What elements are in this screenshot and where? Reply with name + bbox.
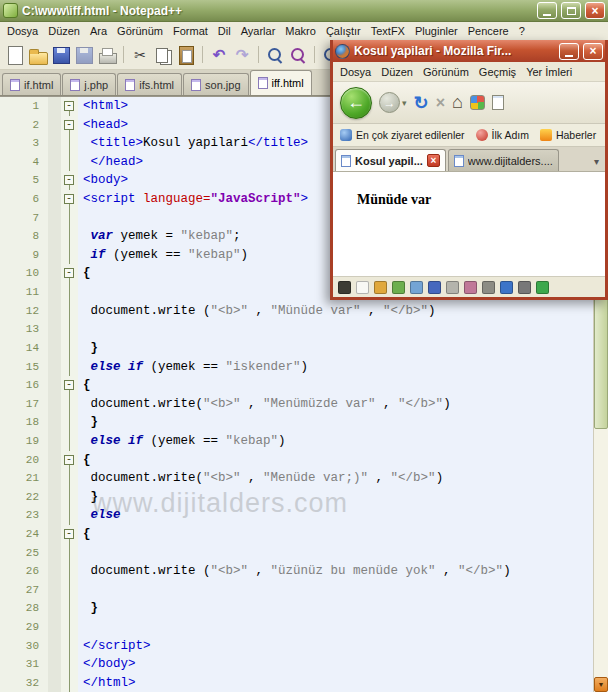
undo-icon[interactable] <box>209 45 229 65</box>
np-menu-item[interactable]: ? <box>514 24 530 38</box>
fold-margin[interactable] <box>61 581 78 600</box>
document-icon[interactable] <box>356 281 369 294</box>
info-icon[interactable] <box>536 281 549 294</box>
bookmark-item[interactable]: En çok ziyaret edilenler <box>340 129 465 141</box>
bookmarks-grid-icon[interactable] <box>470 95 485 110</box>
fold-margin[interactable] <box>61 469 78 488</box>
np-menu-item[interactable]: Ara <box>85 24 112 38</box>
fold-margin[interactable] <box>61 562 78 581</box>
code-line[interactable]: 15 else if (yemek == "iskender") <box>0 358 593 377</box>
fold-margin[interactable] <box>61 134 78 153</box>
replace-icon[interactable] <box>288 45 308 65</box>
fold-margin[interactable] <box>61 618 78 637</box>
edit-pencil-icon[interactable] <box>374 281 387 294</box>
ff-tab[interactable]: www.dijitalders.... <box>448 149 559 171</box>
ff-minimize-button[interactable] <box>559 43 579 60</box>
ff-tab[interactable]: Kosul yapil...× <box>335 149 446 171</box>
code-line[interactable]: 26 document.write ("<b>" , "üzünüz bu me… <box>0 562 593 581</box>
save-icon[interactable] <box>428 281 441 294</box>
cut-icon[interactable] <box>130 45 150 65</box>
notepad-titlebar[interactable]: C:\www\iff.html - Notepad++ × <box>0 0 608 22</box>
np-menu-item[interactable]: Format <box>168 24 213 38</box>
ruler-icon[interactable] <box>482 281 495 294</box>
firefox-titlebar[interactable]: Kosul yapilari - Mozilla Fir... × <box>333 40 605 62</box>
fold-margin[interactable] <box>61 339 78 358</box>
redo-icon[interactable] <box>232 45 252 65</box>
palette-icon[interactable] <box>464 281 477 294</box>
home-button[interactable]: ⌂ <box>452 92 463 113</box>
tab-list-dropdown-icon[interactable]: ▾ <box>594 156 603 171</box>
code-line[interactable]: 27 <box>0 581 593 600</box>
code-line[interactable]: 29 <box>0 618 593 637</box>
fold-box[interactable]: - <box>64 380 74 390</box>
tab-close-button[interactable]: × <box>427 154 440 167</box>
np-tab[interactable]: son.jpg <box>183 73 248 95</box>
print-icon[interactable] <box>97 45 117 65</box>
code-line[interactable]: 17 document.write("<b>" , "Menümüzde var… <box>0 395 593 414</box>
code-line[interactable]: 24-{ <box>0 525 593 544</box>
bookmark-item[interactable]: Haberler <box>540 129 596 141</box>
np-menu-item[interactable]: Dosya <box>2 24 43 38</box>
fold-margin[interactable] <box>61 413 78 432</box>
print-icon[interactable] <box>446 281 459 294</box>
code-line[interactable]: 28 } <box>0 599 593 618</box>
np-menu-item[interactable]: TextFX <box>366 24 410 38</box>
fold-margin[interactable] <box>61 283 78 302</box>
np-tab[interactable]: iff.html <box>250 70 312 95</box>
fold-margin[interactable]: - <box>61 264 78 283</box>
fold-box[interactable]: - <box>64 455 74 465</box>
nav-dropdown-icon[interactable]: ▾ <box>402 98 407 108</box>
np-menu-item[interactable]: Düzen <box>43 24 85 38</box>
highlighter-icon[interactable] <box>392 281 405 294</box>
fold-margin[interactable] <box>61 246 78 265</box>
ff-menu-item[interactable]: Görünüm <box>418 65 474 79</box>
fold-margin[interactable] <box>61 544 78 563</box>
ff-menu-item[interactable]: Düzen <box>376 65 418 79</box>
ff-menu-item[interactable]: Yer İmleri <box>521 65 577 79</box>
code-line[interactable]: 19 else if (yemek == "kebap") <box>0 432 593 451</box>
fold-box[interactable]: - <box>64 268 74 278</box>
find-icon[interactable] <box>265 45 285 65</box>
code-line[interactable]: 13 <box>0 320 593 339</box>
new-file-icon[interactable] <box>5 45 25 65</box>
np-menu-item[interactable]: Pencere <box>463 24 514 38</box>
fold-margin[interactable] <box>61 302 78 321</box>
fold-margin[interactable]: - <box>61 451 78 470</box>
np-close-button[interactable]: × <box>585 2 605 19</box>
fold-margin[interactable]: - <box>61 171 78 190</box>
code-line[interactable]: 14 } <box>0 339 593 358</box>
fold-margin[interactable] <box>61 395 78 414</box>
paste-icon[interactable] <box>176 45 196 65</box>
fold-margin[interactable] <box>61 506 78 525</box>
fold-margin[interactable]: - <box>61 376 78 395</box>
fold-margin[interactable]: - <box>61 116 78 135</box>
scroll-down-icon[interactable]: ▼ <box>594 677 608 692</box>
save-icon[interactable] <box>51 45 71 65</box>
code-line[interactable]: 18 } <box>0 413 593 432</box>
code-line[interactable]: 30</script> <box>0 637 593 656</box>
wrench-icon[interactable] <box>518 281 531 294</box>
fold-margin[interactable] <box>61 227 78 246</box>
fold-margin[interactable] <box>61 153 78 172</box>
chart-icon[interactable] <box>500 281 513 294</box>
np-menu-item[interactable]: Dil <box>213 24 236 38</box>
fold-margin[interactable]: - <box>61 525 78 544</box>
np-menu-item[interactable]: Çalıştır <box>321 24 366 38</box>
images-icon[interactable] <box>410 281 423 294</box>
code-line[interactable]: 25 <box>0 544 593 563</box>
code-line[interactable]: 12 document.write ("<b>" , "Münüde var" … <box>0 302 593 321</box>
fold-margin[interactable] <box>61 209 78 228</box>
np-tab[interactable]: j.php <box>62 73 116 95</box>
ff-menu-item[interactable]: Dosya <box>335 65 376 79</box>
np-menu-item[interactable]: Pluginler <box>410 24 463 38</box>
inspector-bug-icon[interactable] <box>338 281 351 294</box>
fold-margin[interactable] <box>61 637 78 656</box>
fold-margin[interactable] <box>61 655 78 674</box>
copy-icon[interactable] <box>153 45 173 65</box>
stop-button[interactable]: × <box>436 94 445 112</box>
fold-box[interactable]: - <box>64 120 74 130</box>
fold-box[interactable]: - <box>64 194 74 204</box>
save-all-icon[interactable] <box>74 45 94 65</box>
np-maximize-button[interactable] <box>561 2 581 19</box>
fold-margin[interactable] <box>61 599 78 618</box>
